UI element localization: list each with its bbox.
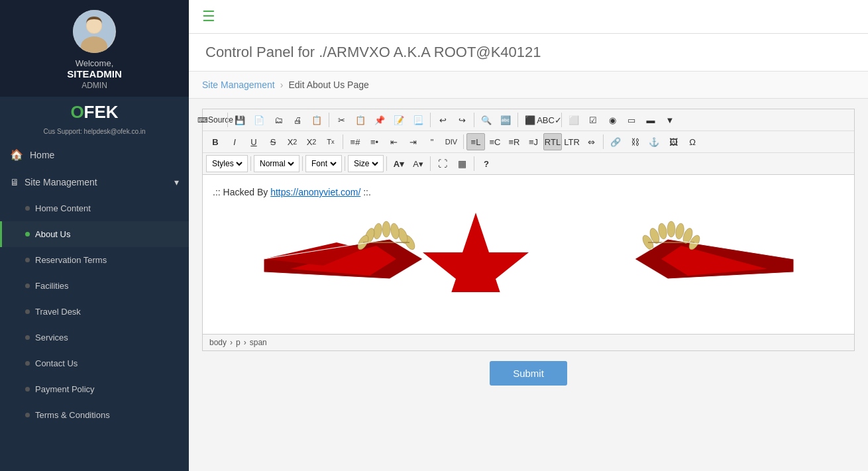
new-button[interactable]: 📄 <box>250 111 268 129</box>
unordered-list-button[interactable]: ≡• <box>365 133 384 150</box>
nav-home[interactable]: 🏠 Home <box>0 140 189 169</box>
outdent-button[interactable]: ⇤ <box>384 133 403 150</box>
size-select[interactable]: Size <box>348 155 384 172</box>
breadcrumb-current: Edit About Us Page <box>288 79 368 90</box>
unlink-button[interactable]: ⛓ <box>625 133 644 150</box>
toolbar-separator <box>430 156 431 171</box>
font-dropdown[interactable]: Font <box>309 158 339 169</box>
hamburger-icon[interactable]: ☰ <box>202 8 215 25</box>
cut-button[interactable]: ✂ <box>332 111 351 129</box>
print-button[interactable]: 🖨 <box>288 111 307 129</box>
image-button[interactable]: 🖼 <box>664 133 682 150</box>
font-select[interactable]: Font <box>305 155 342 172</box>
toolbar-separator <box>463 134 464 149</box>
copy-button[interactable]: 📋 <box>351 111 370 129</box>
breadcrumb-parent[interactable]: Site Management <box>202 79 275 90</box>
svg-point-3 <box>87 19 101 33</box>
ordered-list-button[interactable]: ≡# <box>346 133 364 150</box>
hack-link[interactable]: https://anonyviet.com/ <box>270 187 360 197</box>
align-justify-button[interactable]: ≡J <box>524 133 543 150</box>
toolbar-separator <box>329 113 329 127</box>
textarea-button[interactable]: ▬ <box>641 111 660 129</box>
toolbar-separator <box>474 113 474 127</box>
sidebar-item-terms-conditions[interactable]: Terms & Conditions <box>0 402 189 428</box>
source-button[interactable]: ⌨ Source <box>206 111 225 129</box>
blockquote-button[interactable]: " <box>423 133 441 150</box>
editor-wrapper: ⌨ Source 💾 📄 🗂 🖨 📋 ✂ 📋 📌 📝 📃 <box>189 99 868 471</box>
div-button[interactable]: DIV <box>442 133 461 150</box>
ltr-button[interactable]: LTR <box>563 133 581 150</box>
select-button[interactable]: ▼ <box>661 111 679 129</box>
format-select[interactable]: Normal <box>254 155 299 172</box>
toolbar-separator <box>227 113 228 127</box>
rtl-button[interactable]: RTL <box>543 133 562 150</box>
help-button[interactable]: ? <box>477 155 496 172</box>
indent-button[interactable]: ⇥ <box>404 133 422 150</box>
toolbar-separator <box>302 156 303 171</box>
underline-button[interactable]: U <box>244 133 263 150</box>
strikethrough-button[interactable]: S <box>264 133 282 150</box>
sidebar-item-label: Payment Policy <box>35 384 95 394</box>
sidebar-header: Welcome, SITEADMIN ADMIN <box>0 0 189 97</box>
sidebar-item-about-us[interactable]: About Us <box>0 221 189 247</box>
dot-icon <box>25 361 30 366</box>
redo-button[interactable]: ↪ <box>453 111 471 129</box>
site-management-nav[interactable]: 🖥 Site Management ▾ <box>0 169 189 195</box>
link-button[interactable]: 🔗 <box>606 133 625 150</box>
subscript-button[interactable]: X2 <box>283 133 301 150</box>
show-blocks-button[interactable]: ▦ <box>453 155 471 172</box>
status-p[interactable]: p <box>236 338 241 347</box>
align-center-button[interactable]: ≡C <box>486 133 504 150</box>
styles-select[interactable]: Styles <box>206 155 248 172</box>
maximize-button[interactable]: ⛶ <box>433 155 452 172</box>
textfield-button[interactable]: ▭ <box>622 111 641 129</box>
paste-button[interactable]: 📌 <box>370 111 389 129</box>
templates-button[interactable]: 🗂 <box>269 111 288 129</box>
sidebar-item-label: Facilities <box>35 281 69 291</box>
sidebar-item-reservation-terms[interactable]: Reservation Terms <box>0 247 189 273</box>
sidebar-item-label: Reservation Terms <box>35 255 107 265</box>
size-dropdown[interactable]: Size <box>351 158 380 169</box>
sidebar-item-contact-us[interactable]: Contact Us <box>0 350 189 376</box>
bidi-button[interactable]: ⇔ <box>582 133 600 150</box>
align-left-button[interactable]: ≡L <box>466 133 485 150</box>
font-color-button[interactable]: A▾ <box>390 155 408 172</box>
sidebar-item-services[interactable]: Services <box>0 325 189 350</box>
sidebar-item-home-content[interactable]: Home Content <box>0 195 189 221</box>
replace-button[interactable]: 🔤 <box>496 111 515 129</box>
bold-button[interactable]: B <box>206 133 225 150</box>
italic-button[interactable]: I <box>225 133 244 150</box>
superscript-button[interactable]: X2 <box>302 133 321 150</box>
save-button[interactable]: 💾 <box>231 111 249 129</box>
form-button[interactable]: ⬜ <box>565 111 583 129</box>
sidebar-nav: Home Content About Us Reservation Terms … <box>0 195 189 471</box>
status-separator: › <box>244 338 246 347</box>
anchor-button[interactable]: ⚓ <box>645 133 663 150</box>
paste-plain-button[interactable]: 📝 <box>390 111 408 129</box>
status-span[interactable]: span <box>250 338 267 347</box>
submit-button[interactable]: Submit <box>490 361 567 386</box>
undo-button[interactable]: ↩ <box>433 111 452 129</box>
status-body[interactable]: body <box>209 338 227 347</box>
bg-color-button[interactable]: A▾ <box>409 155 427 172</box>
site-mgmt-label: Site Management <box>25 177 97 187</box>
checkbox-button[interactable]: ☑ <box>584 111 602 129</box>
toolbar-separator <box>430 113 431 127</box>
paste-word-button[interactable]: 📃 <box>409 111 427 129</box>
support-text: Cus Support: helpdesk@ofek.co.in <box>43 128 145 135</box>
find-button[interactable]: 🔍 <box>477 111 496 129</box>
toolbar-separator <box>474 156 474 171</box>
removeformat-button[interactable]: Tx <box>321 133 340 150</box>
sidebar-item-travel-desk[interactable]: Travel Desk <box>0 299 189 325</box>
align-right-button[interactable]: ≡R <box>505 133 523 150</box>
format-dropdown[interactable]: Normal <box>257 158 296 169</box>
editor-content[interactable]: .:: Hacked By https://anonyviet.com/ ::. <box>203 175 854 334</box>
sidebar-item-facilities[interactable]: Facilities <box>0 273 189 299</box>
preview-button[interactable]: 📋 <box>307 111 326 129</box>
sidebar-item-payment-policy[interactable]: Payment Policy <box>0 376 189 402</box>
radio-button[interactable]: ◉ <box>603 111 622 129</box>
spellcheck-button[interactable]: ABC✓ <box>540 111 559 129</box>
styles-dropdown[interactable]: Styles <box>209 158 244 169</box>
special-char-button[interactable]: Ω <box>683 133 702 150</box>
dot-icon <box>25 309 30 314</box>
